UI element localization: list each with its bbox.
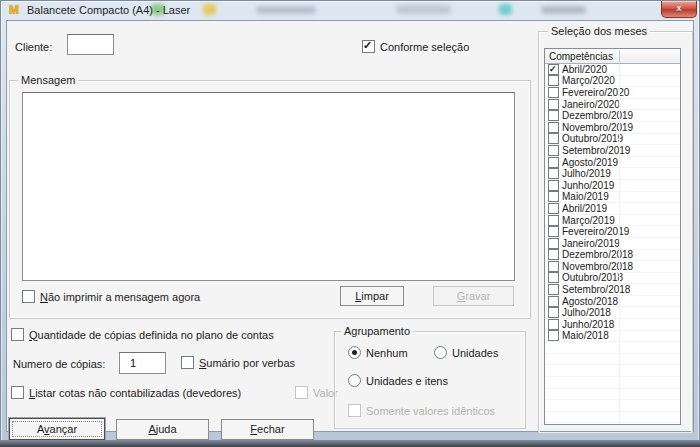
month-checkbox[interactable] (548, 296, 559, 307)
ajuda-button[interactable]: Ajuda (116, 419, 209, 440)
month-row-empty (545, 354, 680, 366)
blurred-toolbar-icon (499, 4, 512, 15)
listar-cotas-label: Listar cotas não contabilizadas (devedor… (29, 387, 241, 399)
month-row[interactable]: Janeiro/2019 (545, 238, 680, 250)
month-checkbox[interactable] (548, 168, 559, 179)
agrupamento-radio-nenhum[interactable]: Nenhum (348, 346, 408, 359)
fechar-button[interactable]: Fechar (221, 419, 314, 440)
month-row[interactable]: Abril/2020 (545, 64, 680, 76)
app-icon: M (9, 3, 19, 17)
checkbox-box[interactable] (11, 328, 24, 341)
listar-cotas-checkbox[interactable]: Listar cotas não contabilizadas (devedor… (11, 386, 241, 399)
month-row[interactable]: Setembro/2018 (545, 284, 680, 296)
month-row[interactable]: Junho/2018 (545, 319, 680, 331)
month-label: Janeiro/2019 (562, 238, 620, 249)
month-row[interactable]: Janeiro/2020 (545, 99, 680, 111)
month-row[interactable]: Maio/2018 (545, 331, 680, 343)
month-checkbox[interactable] (548, 122, 559, 133)
month-label: Novembro/2019 (562, 122, 633, 133)
month-row[interactable]: Agosto/2018 (545, 296, 680, 308)
agrupamento-radio-unidades-itens[interactable]: Unidades e itens (348, 374, 448, 387)
month-label: Fevereiro/2019 (562, 226, 629, 237)
month-checkbox[interactable] (548, 64, 559, 75)
checkbox-box[interactable] (11, 386, 24, 399)
month-row-empty (545, 423, 680, 425)
month-row[interactable]: Setembro/2019 (545, 145, 680, 157)
month-checkbox[interactable] (548, 272, 559, 283)
month-row[interactable]: Abril/2019 (545, 203, 680, 215)
month-checkbox[interactable] (548, 110, 559, 121)
nao-imprimir-checkbox[interactable]: Não imprimir a mensagem agora (22, 290, 200, 303)
agrupamento-group-label: Agrupamento (341, 325, 413, 337)
month-row-empty (545, 412, 680, 424)
cliente-label: Cliente: (15, 41, 52, 53)
month-checkbox[interactable] (548, 284, 559, 295)
month-label: Abril/2019 (562, 203, 607, 214)
month-checkbox[interactable] (548, 87, 559, 98)
radio-circle[interactable] (348, 374, 361, 387)
months-list-header[interactable]: Competências (545, 49, 680, 64)
close-button[interactable]: x (661, 1, 697, 18)
somente-valores-checkbox: Somente valores idênticos (348, 404, 495, 417)
limpar-button[interactable]: Limpar (340, 286, 404, 306)
conforme-selecao-checkbox[interactable]: Conforme seleção (362, 40, 469, 53)
month-label: Junho/2019 (562, 180, 614, 191)
radio-circle[interactable] (348, 346, 361, 359)
month-label: Maio/2018 (562, 330, 609, 341)
month-checkbox[interactable] (548, 75, 559, 86)
month-row[interactable]: Maio/2019 (545, 192, 680, 204)
mensagem-textarea[interactable] (22, 92, 515, 281)
month-checkbox[interactable] (548, 215, 559, 226)
month-row[interactable]: Julho/2018 (545, 307, 680, 319)
avancar-button[interactable]: Avançar (9, 418, 105, 440)
month-checkbox[interactable] (548, 307, 559, 318)
month-row[interactable]: Dezembro/2018 (545, 250, 680, 262)
numero-copias-input[interactable] (119, 352, 166, 374)
month-label: Março/2020 (562, 75, 615, 86)
month-label: Setembro/2019 (562, 145, 630, 156)
checkbox-box[interactable] (22, 290, 35, 303)
month-checkbox[interactable] (548, 145, 559, 156)
month-row[interactable]: Dezembro/2019 (545, 110, 680, 122)
month-row[interactable]: Julho/2019 (545, 168, 680, 180)
month-row[interactable]: Fevereiro/2019 (545, 226, 680, 238)
month-row[interactable]: Agosto/2019 (545, 157, 680, 169)
month-checkbox[interactable] (548, 203, 559, 214)
cliente-input[interactable] (67, 34, 114, 55)
month-checkbox[interactable] (548, 238, 559, 249)
checkbox-box[interactable] (362, 40, 375, 53)
month-label: Julho/2018 (562, 307, 611, 318)
month-checkbox[interactable] (548, 180, 559, 191)
checkbox-box (295, 386, 308, 399)
mensagem-group-label: Mensagem (18, 74, 78, 86)
radio-circle[interactable] (434, 346, 447, 359)
month-row[interactable]: Outubro/2018 (545, 273, 680, 285)
month-checkbox[interactable] (548, 330, 559, 341)
quantidade-copias-checkbox[interactable]: Quantidade de cópias definida no plano d… (11, 328, 274, 341)
blurred-toolbar-icon (541, 6, 586, 14)
month-label: Março/2019 (562, 215, 615, 226)
month-row[interactable]: Fevereiro/2020 (545, 87, 680, 99)
sumario-verbas-checkbox[interactable]: Sumário por verbas (181, 356, 295, 369)
month-row[interactable]: Outubro/2019 (545, 134, 680, 146)
agrupamento-radio-unidades[interactable]: Unidades (434, 346, 498, 359)
month-checkbox[interactable] (548, 99, 559, 110)
month-checkbox[interactable] (548, 226, 559, 237)
month-checkbox[interactable] (548, 261, 559, 272)
checkbox-box[interactable] (181, 356, 194, 369)
title-bar[interactable]: M Balancete Compacto (A4) - Laser x (1, 1, 699, 20)
month-checkbox[interactable] (548, 249, 559, 260)
month-row[interactable]: Junho/2019 (545, 180, 680, 192)
month-row[interactable]: Março/2020 (545, 76, 680, 88)
months-list[interactable]: Competências Abril/2020 Março/2020 Fever… (544, 48, 681, 425)
month-checkbox[interactable] (548, 133, 559, 144)
month-checkbox[interactable] (548, 319, 559, 330)
month-rows: Abril/2020 Março/2020 Fevereiro/2020 Jan… (545, 64, 680, 425)
month-row[interactable]: Março/2019 (545, 215, 680, 227)
limpar-label: Limpar (355, 290, 389, 302)
month-checkbox[interactable] (548, 157, 559, 168)
month-row[interactable]: Novembro/2018 (545, 261, 680, 273)
month-checkbox[interactable] (548, 191, 559, 202)
gravar-button: Gravar (433, 286, 514, 306)
month-row[interactable]: Novembro/2019 (545, 122, 680, 134)
